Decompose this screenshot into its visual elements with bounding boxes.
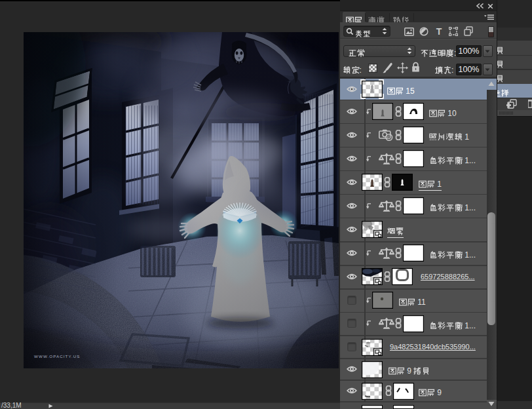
svg-text:WWW.OPACITY.US: WWW.OPACITY.US <box>34 354 81 359</box>
